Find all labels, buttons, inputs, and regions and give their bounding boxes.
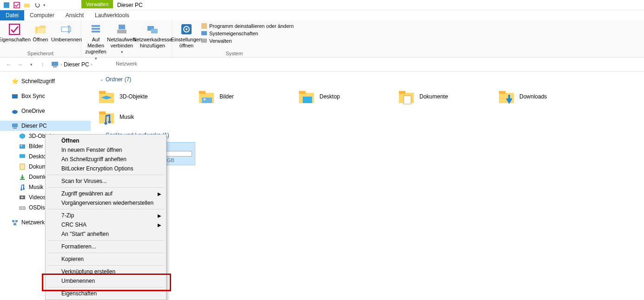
ribbon-map-drive-button[interactable]: Netzlaufwerk verbinden▾ <box>110 21 133 55</box>
rename-icon <box>60 23 73 36</box>
ribbon-context-tab[interactable]: Verwalten <box>81 0 113 8</box>
ribbon-body: Eigenschaften Öffnen Umbenennen Speicher… <box>0 20 644 58</box>
svg-rect-33 <box>15 220 18 222</box>
cm-crc-sha[interactable]: CRC SHA▶ <box>46 220 165 229</box>
desktop-icon <box>19 153 26 160</box>
svg-rect-28 <box>20 164 25 170</box>
cloud-icon <box>11 107 19 115</box>
tree-box-sync[interactable]: Box Sync <box>0 91 91 101</box>
ribbon-group-system: Einstellungen öffnen Programm deinstalli… <box>172 20 297 57</box>
cm-pin-start[interactable]: An "Start" anheften <box>46 229 165 239</box>
chevron-right-icon[interactable]: › <box>91 62 93 67</box>
ribbon-properties-button[interactable]: Eigenschaften <box>3 21 26 43</box>
svg-rect-9 <box>117 30 126 33</box>
cm-new-window[interactable]: In neuem Fenster öffnen <box>46 145 165 155</box>
drive-icon <box>19 204 26 211</box>
breadcrumb-current[interactable]: Dieser PC <box>64 61 89 68</box>
svg-rect-21 <box>12 94 18 98</box>
cm-create-shortcut[interactable]: Verknüpfung erstellen <box>46 267 165 276</box>
svg-rect-34 <box>13 223 16 225</box>
ribbon-manage-button[interactable]: Verwalten <box>201 38 294 44</box>
ribbon-media-access-button[interactable]: Auf Medien zugreifen▾ <box>84 21 107 61</box>
group-header-folders[interactable]: ⌄ Ordner (7) <box>100 76 639 83</box>
svg-point-26 <box>21 145 22 147</box>
svg-rect-16 <box>201 23 207 29</box>
svg-rect-23 <box>12 124 18 127</box>
ribbon-tab-strip: Datei Computer Ansicht Laufwerktools <box>0 10 644 20</box>
music-icon <box>19 183 26 191</box>
svg-point-15 <box>186 28 187 30</box>
chevron-right-icon[interactable]: › <box>60 62 62 67</box>
pictures-icon <box>198 88 215 105</box>
svg-rect-24 <box>13 128 17 129</box>
svg-rect-38 <box>199 91 206 94</box>
cm-scan-viruses[interactable]: Scan for Viruses... <box>46 176 165 186</box>
qat-customize-icon[interactable]: ▾ <box>43 3 46 7</box>
music-icon <box>98 109 115 125</box>
3d-objects-icon <box>98 88 115 105</box>
ribbon-rename-button[interactable]: Umbenennen <box>55 21 78 43</box>
media-server-icon <box>89 23 102 36</box>
cm-rename[interactable]: Umbenennen <box>46 276 165 286</box>
svg-rect-3 <box>9 24 20 34</box>
cm-format[interactable]: Formatieren... <box>46 242 165 251</box>
cm-restore-previous[interactable]: Vorgängerversionen wiederherstellen <box>46 198 165 208</box>
recent-locations-button[interactable]: ▾ <box>27 60 35 69</box>
svg-rect-48 <box>499 91 505 94</box>
ribbon-open-settings-button[interactable]: Einstellungen öffnen <box>175 21 198 49</box>
svg-rect-36 <box>99 91 106 94</box>
tree-onedrive[interactable]: OneDrive <box>0 106 91 116</box>
cm-grant-access[interactable]: Zugriff gewähren auf▶ <box>46 189 165 198</box>
tab-view[interactable]: Ansicht <box>60 10 89 20</box>
svg-rect-32 <box>12 220 14 222</box>
ribbon-uninstall-button[interactable]: Programm deinstallieren oder ändern <box>201 23 294 29</box>
breadcrumb[interactable]: › Dieser PC › <box>49 59 639 70</box>
tree-this-pc[interactable]: Dieser PC <box>0 121 91 131</box>
folder-downloads[interactable]: Downloads <box>495 86 595 107</box>
svg-rect-6 <box>92 25 100 27</box>
cm-7zip[interactable]: 7-Zip▶ <box>46 211 165 220</box>
downloads-icon <box>19 173 26 181</box>
qat-undo-icon[interactable] <box>33 1 41 9</box>
forward-button[interactable]: → <box>16 60 24 69</box>
cm-copy[interactable]: Kopieren <box>46 254 165 264</box>
qat-properties-icon[interactable] <box>13 1 21 9</box>
map-drive-icon <box>115 23 128 36</box>
svg-rect-39 <box>202 98 212 103</box>
tab-drivetools[interactable]: Laufwerktools <box>89 10 135 20</box>
chevron-right-icon: ▶ <box>158 191 161 196</box>
folder-pictures[interactable]: Bilder <box>195 86 295 107</box>
svg-rect-43 <box>303 97 312 103</box>
svg-rect-42 <box>299 91 305 94</box>
chevron-down-icon: ⌄ <box>100 77 104 82</box>
svg-rect-27 <box>20 154 25 158</box>
svg-rect-0 <box>4 2 9 8</box>
folder-music[interactable]: Musik <box>95 107 195 127</box>
cm-properties[interactable]: Eigenschaften <box>46 289 165 298</box>
group-header-drives[interactable]: ⌄ Geräte und Laufwerke (1) <box>100 132 639 138</box>
3d-objects-icon <box>19 132 26 140</box>
folder-documents[interactable]: Dokumente <box>395 86 495 107</box>
qat-new-folder-icon[interactable] <box>23 1 31 9</box>
box-icon <box>11 92 19 100</box>
back-button[interactable]: ← <box>5 60 13 69</box>
documents-icon <box>19 163 26 170</box>
up-button[interactable]: ↑ <box>38 60 46 69</box>
svg-point-40 <box>204 98 206 100</box>
tree-quick-access[interactable]: ⭐Schnellzugriff <box>0 76 91 86</box>
cm-open[interactable]: Öffnen <box>46 136 165 145</box>
ribbon-open-button[interactable]: Öffnen <box>29 21 52 43</box>
cm-bitlocker[interactable]: BitLocker Encryption Options <box>46 164 165 173</box>
tab-computer[interactable]: Computer <box>24 10 60 20</box>
ribbon-system-props-button[interactable]: Systemeigenschaften <box>201 30 294 37</box>
svg-rect-50 <box>99 111 106 114</box>
tab-file[interactable]: Datei <box>0 10 24 20</box>
svg-rect-45 <box>399 91 405 94</box>
folder-desktop[interactable]: Desktop <box>295 86 395 107</box>
folder-3d-objects[interactable]: 3D-Objekte <box>95 86 195 107</box>
cm-pin-quick[interactable]: An Schnellzugriff anheften <box>46 155 165 164</box>
ribbon-add-netloc-button[interactable]: Netzwerkadresse hinzufügen <box>136 21 169 49</box>
svg-rect-18 <box>201 39 207 43</box>
svg-rect-5 <box>68 25 70 33</box>
window-title: Dieser PC <box>117 2 143 8</box>
